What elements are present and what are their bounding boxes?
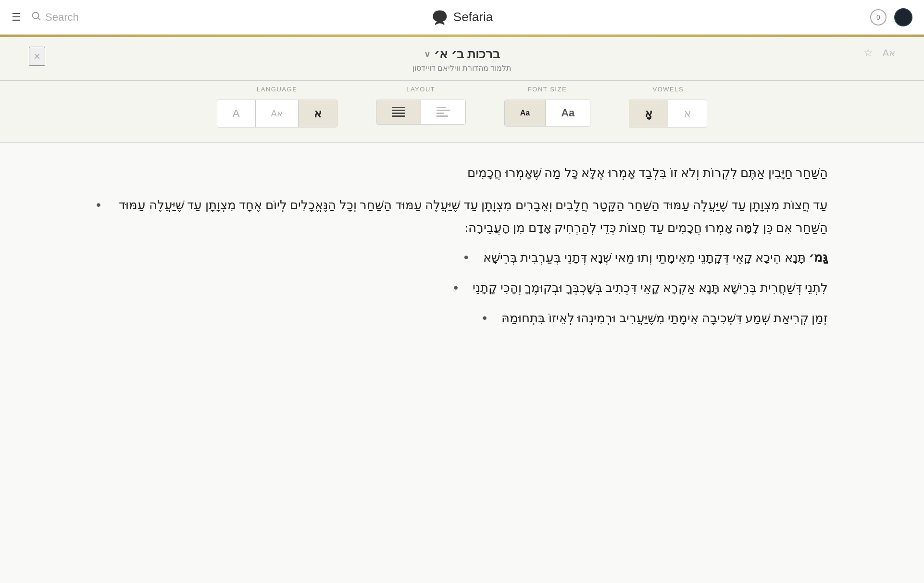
bullet-dot-4: • [482,310,487,326]
nav-right: 0 [870,8,912,26]
search-icon [31,11,41,24]
logo-container[interactable]: Sefaria [431,9,493,26]
list-item: גַּמ׳ תָּנָא הֵיכָא קָאֵי דְּקָתָנֵי מֵא… [96,247,828,269]
language-label: LANGUAGE [257,86,297,93]
vowels-control: VOWELS אָ א [629,86,707,127]
font-size-button-group: Aa Aa [504,100,591,127]
content-area: הַשַּׁחַר חַיָּבִין אַתֶּם לִקְרוֹת וְלֹ… [0,143,924,367]
list-item: עַד חֲצוֹת מִצְוָתָן עַד שֶׁיַּעֲלֶה עַמ… [96,194,828,240]
bullet-dot-1: • [96,197,101,213]
nav-center: Sefaria [431,9,493,26]
layout-option-justified[interactable] [376,100,421,124]
panel-title-text: ברכות ב׳ א׳ [434,47,499,62]
panel-subtitle: תלמוד מהדורת וויליאם דויידסון [412,63,512,73]
svg-rect-4 [392,113,405,114]
bullet-text-2: גַּמ׳ תָּנָא הֵיכָא קָאֵי דְּקָתָנֵי מֵא… [483,247,828,269]
avatar-inner [895,9,912,25]
svg-rect-7 [437,110,450,111]
panel-header: × ברכות ב׳ א׳ ∨ תלמוד מהדורת וויליאם דוי… [0,47,924,80]
layout-option-left[interactable] [421,100,465,124]
layout-control: LAYOUT [376,86,466,127]
svg-rect-3 [392,110,405,111]
vowels-option-without[interactable]: א [668,100,707,127]
font-size-option-large[interactable]: Aa [546,100,590,126]
vowels-option-with[interactable]: אָ [629,100,668,127]
list-item: לִתְנֵי דְּשַׁחֲרִית בְּרֵישָׁא תָּנָא א… [96,277,828,300]
language-control: LANGUAGE A Aא א [217,86,337,127]
svg-line-1 [38,18,40,20]
nav-left: ☰ Search [12,11,79,24]
svg-rect-8 [437,113,444,114]
bullet-dot-3: • [453,280,458,295]
font-size-label: FONT SIZE [528,86,567,93]
intro-paragraph: הַשַּׁחַר חַיָּבִין אַתֶּם לִקְרוֹת וְלֹ… [96,162,828,185]
language-button-group: A Aא א [217,100,337,127]
hamburger-icon[interactable]: ☰ [12,11,21,24]
panel-title: ברכות ב׳ א׳ ∨ [412,47,512,62]
svg-rect-5 [392,115,405,117]
svg-rect-6 [437,107,446,108]
app-name: Sefaria [453,10,493,25]
svg-rect-2 [392,107,405,108]
language-option-bilingual[interactable]: Aא [256,100,299,127]
close-button[interactable]: × [29,47,45,66]
sefaria-logo-icon [431,9,449,26]
font-size-toggle-icon[interactable]: Aא [883,47,895,59]
panel-actions: ☆ Aא [863,47,895,59]
panel-title-area: ברכות ב׳ א׳ ∨ תלמוד מהדורת וויליאם דוייד… [412,47,512,73]
bold-prefix-2: גַּמ׳ [809,251,828,265]
bullet-text-4: זְמַן קְרִיאַת שְׁמַע דִּשְׁכִיבָה אֵימָ… [501,307,828,330]
vowels-label: VOWELS [652,86,684,93]
favorite-icon[interactable]: ☆ [863,47,873,59]
bullet-list: עַד חֲצוֹת מִצְוָתָן עַד שֶׁיַּעֲלֶה עַמ… [96,194,828,330]
font-size-control: FONT SIZE Aa Aa [504,86,591,127]
language-option-hebrew[interactable]: א [299,100,337,127]
list-item: זְמַן קְרִיאַת שְׁמַע דִּשְׁכִיבָה אֵימָ… [96,307,828,330]
settings-panel: × ברכות ב׳ א׳ ∨ תלמוד מהדורת וויליאם דוי… [0,37,924,142]
bullet-dot-2: • [464,250,469,265]
bullet-text-1: עַד חֲצוֹת מִצְוָתָן עַד שֶׁיַּעֲלֶה עַמ… [115,194,828,240]
avatar[interactable] [894,8,912,26]
language-option-english[interactable]: A [217,100,256,127]
bullet-text-3: לִתְנֵי דְּשַׁחֲרִית בְּרֵישָׁא תָּנָא א… [473,277,828,300]
top-nav: ☰ Search Sefaria 0 [0,0,924,35]
search-area[interactable]: Search [31,11,79,24]
svg-rect-9 [437,115,448,117]
layout-button-group [376,100,466,125]
font-size-option-small[interactable]: Aa [505,100,546,126]
chevron-down-icon[interactable]: ∨ [424,49,430,60]
settings-controls: LANGUAGE A Aא א LAYOUT [0,81,924,142]
svg-point-0 [33,13,39,19]
notification-badge[interactable]: 0 [870,9,887,25]
layout-label: LAYOUT [406,86,435,93]
vowels-button-group: אָ א [629,100,707,127]
search-label: Search [45,11,79,24]
